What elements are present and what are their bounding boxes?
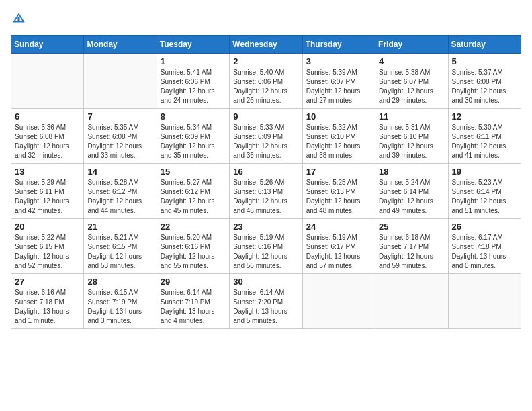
calendar-cell: 18Sunrise: 5:24 AM Sunset: 6:14 PM Dayli… bbox=[375, 164, 448, 219]
calendar-cell: 30Sunrise: 6:14 AM Sunset: 7:20 PM Dayli… bbox=[230, 274, 302, 329]
calendar-cell: 20Sunrise: 5:22 AM Sunset: 6:15 PM Dayli… bbox=[11, 219, 84, 274]
cell-text: Sunrise: 5:41 AM Sunset: 6:06 PM Dayligh… bbox=[161, 68, 226, 105]
calendar-cell: 7Sunrise: 5:35 AM Sunset: 6:08 PM Daylig… bbox=[84, 109, 157, 164]
cell-text: Sunrise: 5:30 AM Sunset: 6:11 PM Dayligh… bbox=[452, 123, 517, 161]
cell-text: Sunrise: 6:18 AM Sunset: 7:17 PM Dayligh… bbox=[379, 233, 444, 271]
cell-text: Sunrise: 5:28 AM Sunset: 6:12 PM Dayligh… bbox=[87, 178, 152, 216]
cell-text: Sunrise: 5:32 AM Sunset: 6:10 PM Dayligh… bbox=[306, 123, 371, 161]
calendar-cell: 5Sunrise: 5:37 AM Sunset: 6:08 PM Daylig… bbox=[448, 54, 521, 109]
calendar-cell: 25Sunrise: 6:18 AM Sunset: 7:17 PM Dayli… bbox=[375, 219, 448, 274]
day-number: 24 bbox=[306, 222, 371, 232]
calendar-cell bbox=[11, 54, 84, 109]
day-number: 8 bbox=[161, 111, 226, 122]
calendar-cell: 19Sunrise: 5:23 AM Sunset: 6:14 PM Dayli… bbox=[448, 164, 521, 219]
day-number: 19 bbox=[452, 167, 517, 177]
cell-text: Sunrise: 6:14 AM Sunset: 7:19 PM Dayligh… bbox=[161, 288, 226, 326]
day-number: 30 bbox=[233, 277, 298, 287]
cell-text: Sunrise: 5:40 AM Sunset: 6:06 PM Dayligh… bbox=[233, 68, 298, 105]
cell-text: Sunrise: 5:34 AM Sunset: 6:09 PM Dayligh… bbox=[161, 123, 226, 161]
cell-text: Sunrise: 5:23 AM Sunset: 6:14 PM Dayligh… bbox=[452, 178, 517, 216]
calendar-cell bbox=[375, 274, 448, 329]
day-number: 2 bbox=[233, 56, 298, 66]
day-number: 28 bbox=[87, 277, 152, 287]
day-number: 29 bbox=[161, 277, 226, 287]
day-number: 1 bbox=[161, 56, 226, 66]
day-number: 13 bbox=[15, 167, 80, 177]
day-number: 10 bbox=[306, 111, 371, 122]
calendar-cell: 4Sunrise: 5:38 AM Sunset: 6:07 PM Daylig… bbox=[375, 54, 448, 109]
cell-text: Sunrise: 6:15 AM Sunset: 7:19 PM Dayligh… bbox=[87, 288, 152, 326]
day-number: 18 bbox=[379, 167, 444, 177]
cell-text: Sunrise: 5:39 AM Sunset: 6:07 PM Dayligh… bbox=[306, 68, 371, 105]
weekday-header: Tuesday bbox=[157, 36, 229, 54]
calendar-cell: 16Sunrise: 5:26 AM Sunset: 6:13 PM Dayli… bbox=[230, 164, 302, 219]
cell-text: Sunrise: 5:22 AM Sunset: 6:15 PM Dayligh… bbox=[15, 233, 80, 271]
day-number: 23 bbox=[233, 222, 298, 232]
logo-icon bbox=[11, 11, 27, 27]
day-number: 16 bbox=[233, 167, 298, 177]
calendar-cell: 2Sunrise: 5:40 AM Sunset: 6:06 PM Daylig… bbox=[230, 54, 302, 109]
cell-text: Sunrise: 5:26 AM Sunset: 6:13 PM Dayligh… bbox=[233, 178, 298, 216]
day-number: 11 bbox=[379, 111, 444, 122]
cell-text: Sunrise: 5:36 AM Sunset: 6:08 PM Dayligh… bbox=[15, 123, 80, 161]
day-number: 20 bbox=[15, 222, 80, 232]
svg-rect-2 bbox=[17, 17, 19, 21]
calendar-cell: 14Sunrise: 5:28 AM Sunset: 6:12 PM Dayli… bbox=[84, 164, 157, 219]
calendar-week-row: 20Sunrise: 5:22 AM Sunset: 6:15 PM Dayli… bbox=[11, 219, 521, 274]
calendar-cell: 27Sunrise: 6:16 AM Sunset: 7:18 PM Dayli… bbox=[11, 274, 84, 329]
day-number: 26 bbox=[452, 222, 517, 232]
calendar-header-row: SundayMondayTuesdayWednesdayThursdayFrid… bbox=[11, 36, 521, 54]
cell-text: Sunrise: 5:19 AM Sunset: 6:16 PM Dayligh… bbox=[233, 233, 298, 271]
calendar-cell bbox=[84, 54, 157, 109]
calendar-cell: 1Sunrise: 5:41 AM Sunset: 6:06 PM Daylig… bbox=[157, 54, 229, 109]
cell-text: Sunrise: 6:16 AM Sunset: 7:18 PM Dayligh… bbox=[15, 288, 80, 326]
weekday-header: Wednesday bbox=[230, 36, 302, 54]
page-header bbox=[11, 11, 521, 27]
calendar-cell: 28Sunrise: 6:15 AM Sunset: 7:19 PM Dayli… bbox=[84, 274, 157, 329]
cell-text: Sunrise: 5:21 AM Sunset: 6:15 PM Dayligh… bbox=[87, 233, 152, 271]
calendar-cell: 24Sunrise: 5:19 AM Sunset: 6:17 PM Dayli… bbox=[302, 219, 375, 274]
day-number: 7 bbox=[87, 111, 152, 122]
calendar-cell: 3Sunrise: 5:39 AM Sunset: 6:07 PM Daylig… bbox=[302, 54, 375, 109]
cell-text: Sunrise: 5:35 AM Sunset: 6:08 PM Dayligh… bbox=[87, 123, 152, 161]
logo bbox=[11, 11, 30, 27]
day-number: 3 bbox=[306, 56, 371, 66]
day-number: 17 bbox=[306, 167, 371, 177]
day-number: 25 bbox=[379, 222, 444, 232]
cell-text: Sunrise: 5:19 AM Sunset: 6:17 PM Dayligh… bbox=[306, 233, 371, 271]
weekday-header: Saturday bbox=[448, 36, 521, 54]
day-number: 5 bbox=[452, 56, 517, 66]
weekday-header: Friday bbox=[375, 36, 448, 54]
day-number: 27 bbox=[15, 277, 80, 287]
cell-text: Sunrise: 5:31 AM Sunset: 6:10 PM Dayligh… bbox=[379, 123, 444, 161]
day-number: 21 bbox=[87, 222, 152, 232]
calendar-cell: 17Sunrise: 5:25 AM Sunset: 6:13 PM Dayli… bbox=[302, 164, 375, 219]
calendar-table: SundayMondayTuesdayWednesdayThursdayFrid… bbox=[11, 35, 521, 329]
cell-text: Sunrise: 5:37 AM Sunset: 6:08 PM Dayligh… bbox=[452, 68, 517, 105]
calendar-cell: 22Sunrise: 5:20 AM Sunset: 6:16 PM Dayli… bbox=[157, 219, 229, 274]
cell-text: Sunrise: 5:20 AM Sunset: 6:16 PM Dayligh… bbox=[161, 233, 226, 271]
cell-text: Sunrise: 6:14 AM Sunset: 7:20 PM Dayligh… bbox=[233, 288, 298, 326]
weekday-header: Monday bbox=[84, 36, 157, 54]
weekday-header: Sunday bbox=[11, 36, 84, 54]
calendar-cell: 13Sunrise: 5:29 AM Sunset: 6:11 PM Dayli… bbox=[11, 164, 84, 219]
day-number: 15 bbox=[161, 167, 226, 177]
day-number: 6 bbox=[15, 111, 80, 122]
calendar-cell bbox=[448, 274, 521, 329]
calendar-week-row: 1Sunrise: 5:41 AM Sunset: 6:06 PM Daylig… bbox=[11, 54, 521, 109]
day-number: 22 bbox=[161, 222, 226, 232]
cell-text: Sunrise: 5:29 AM Sunset: 6:11 PM Dayligh… bbox=[15, 178, 80, 216]
calendar-cell bbox=[302, 274, 375, 329]
calendar-week-row: 13Sunrise: 5:29 AM Sunset: 6:11 PM Dayli… bbox=[11, 164, 521, 219]
cell-text: Sunrise: 5:33 AM Sunset: 6:09 PM Dayligh… bbox=[233, 123, 298, 161]
calendar-cell: 8Sunrise: 5:34 AM Sunset: 6:09 PM Daylig… bbox=[157, 109, 229, 164]
calendar-week-row: 6Sunrise: 5:36 AM Sunset: 6:08 PM Daylig… bbox=[11, 109, 521, 164]
calendar-cell: 11Sunrise: 5:31 AM Sunset: 6:10 PM Dayli… bbox=[375, 109, 448, 164]
calendar-cell: 23Sunrise: 5:19 AM Sunset: 6:16 PM Dayli… bbox=[230, 219, 302, 274]
calendar-cell: 26Sunrise: 6:17 AM Sunset: 7:18 PM Dayli… bbox=[448, 219, 521, 274]
cell-text: Sunrise: 5:24 AM Sunset: 6:14 PM Dayligh… bbox=[379, 178, 444, 216]
calendar-cell: 15Sunrise: 5:27 AM Sunset: 6:12 PM Dayli… bbox=[157, 164, 229, 219]
day-number: 14 bbox=[87, 167, 152, 177]
calendar-cell: 29Sunrise: 6:14 AM Sunset: 7:19 PM Dayli… bbox=[157, 274, 229, 329]
day-number: 4 bbox=[379, 56, 444, 66]
